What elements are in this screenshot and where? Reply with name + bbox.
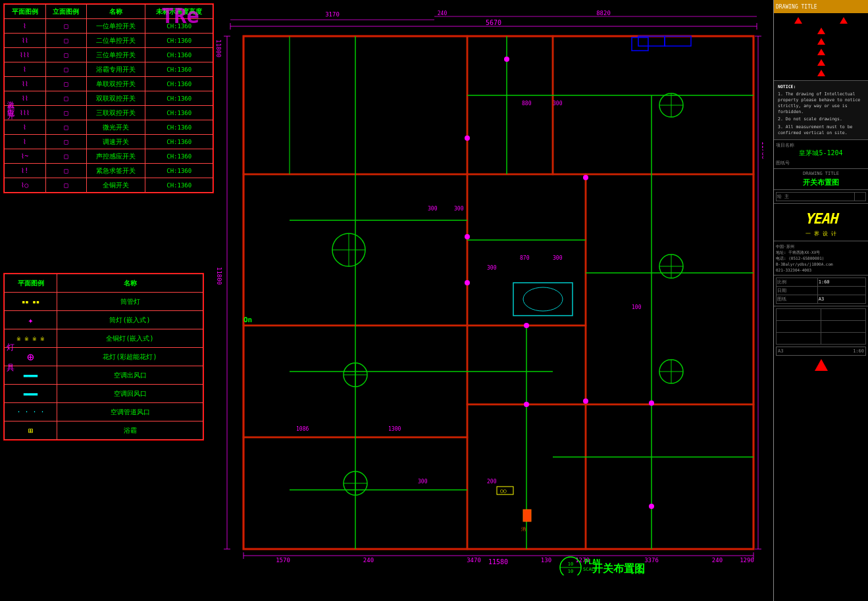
svg-text:1:60: 1:60	[630, 569, 645, 575]
svg-text:消: 消	[521, 527, 526, 532]
switch-icon-elev-5: □	[64, 80, 68, 87]
rp-header-bar: DRAWING TITLE	[774, 0, 868, 13]
light-name-4: 花灯(彩超能花灯)	[57, 348, 203, 366]
light-name-2: 筒灯(嵌入式)	[57, 311, 203, 329]
lights-col-name: 名称	[57, 274, 203, 293]
scale-section: 比例 1:60 日期 图纸 A3	[774, 276, 868, 306]
switch-row-4: ⌇ □ 浴霸专用开关 CH:1360	[5, 62, 213, 77]
light-row-1: ▪▪ ▪▪ 筒管灯	[5, 293, 203, 311]
notice-item-3: 3. All measurement must to be confirmed …	[778, 124, 864, 136]
bottom-info-section: A3 1:60	[774, 306, 868, 373]
svg-text:100: 100	[632, 304, 642, 310]
svg-text:300: 300	[487, 265, 497, 271]
triangle-4	[817, 38, 825, 45]
scale-label: 比例	[777, 277, 818, 286]
switch-ch-10: CH:1360	[145, 149, 213, 164]
switch-icon-elev-12: □	[64, 181, 68, 189]
switch-icon-9: ⌇	[23, 138, 26, 145]
switch-ch-9: CH:1360	[145, 135, 213, 149]
svg-text:1750: 1750	[762, 358, 763, 371]
light-row-6: ▬▬▬ 空调回风口	[5, 385, 203, 403]
switch-icon-7: ⌇⌇⌇	[20, 109, 30, 116]
svg-text:240: 240	[438, 11, 447, 16]
svg-text:300: 300	[418, 479, 428, 485]
switch-icon-elev-2: □	[64, 37, 68, 44]
svg-text:200: 200	[487, 479, 497, 485]
svg-text:880: 880	[522, 101, 532, 107]
contact-phone1: 地址: 干将西路XX-XX号	[776, 249, 866, 255]
svg-rect-90	[632, 37, 648, 51]
triangle-6	[817, 59, 825, 66]
contact-email: B-3Balyr/ydbs/j1800A.com	[776, 261, 866, 267]
svg-text:300: 300	[428, 206, 438, 212]
switch-icon-elev-10: □	[64, 153, 68, 160]
bottom-scale-label: A3	[778, 349, 783, 354]
col-plan-icon: 平面图例	[5, 5, 46, 19]
bottom-triangle	[776, 359, 866, 371]
switch-row-6: ⌇⌇ □ 双联双控开关 CH:1360	[5, 91, 213, 106]
bottom-scale-value: 1:60	[853, 349, 864, 354]
svg-text:300: 300	[553, 255, 563, 261]
project-name: 皇茅城5-1204	[776, 149, 866, 158]
contact-section: 中国·苏州 地址: 干将西路XX-XX号 电话: (0512-65800001)…	[774, 241, 868, 276]
switch-row-2: ⌇⌇ □ 二位单控开关 CH:1360	[5, 34, 213, 48]
switch-icon-11: ⌇!	[21, 167, 28, 174]
switch-ch-11: CH:1360	[145, 164, 213, 178]
switch-name-6: 双联双控开关	[87, 91, 145, 106]
switch-icon-10: ⌇~	[21, 153, 28, 160]
light-row-3: ※ ※ ※ ※ 全铜灯(嵌入式)	[5, 329, 203, 348]
switch-icon-elev-8: □	[64, 124, 68, 131]
switch-icon-4: ⌇	[23, 66, 26, 73]
light-row-2: ✦ 筒灯(嵌入式)	[5, 311, 203, 329]
light-name-5: 空调出风口	[57, 366, 203, 385]
side-label-lights: 灯具	[7, 342, 14, 373]
svg-text:SCALE: SCALE	[583, 567, 597, 572]
light-icon-7: · · · ·	[16, 408, 44, 416]
svg-text:240: 240	[363, 557, 374, 564]
side-label-switches: 激励电开	[7, 95, 15, 111]
svg-text:10: 10	[568, 569, 573, 574]
svg-point-70	[465, 280, 470, 285]
drawing-title-section: DRAWING TITLE 开关布置图	[774, 169, 868, 190]
notice-section: NOTICE: 1. The drawing of Intellectual p…	[774, 81, 868, 140]
main-canvas: 平面图例 立面图例 名称 未标示高度高度 ⌇ □ 一位单控开关 CH:1360 …	[0, 0, 773, 601]
bottom-scale-row: A3 1:60	[776, 347, 866, 356]
drawn-label: 绘 主	[777, 192, 855, 201]
svg-text:PLAN: PLAN	[584, 558, 600, 565]
floor-plan-svg: 3170 240 8820 5670 11760	[224, 10, 763, 575]
drawn-by-table: 绘 主	[776, 192, 866, 201]
svg-text:10: 10	[568, 562, 573, 567]
svg-point-66	[504, 57, 509, 62]
light-row-5: ▬▬▬ 空调出风口	[5, 366, 203, 385]
yeah-sub: 一 界 设 计	[776, 230, 866, 237]
paper-size: A3	[817, 295, 865, 303]
svg-text:1570: 1570	[276, 557, 290, 564]
switch-icon-8: ⌇	[23, 124, 26, 131]
switch-icon-elev-4: □	[64, 66, 68, 73]
switch-ch-12: CH:1360	[145, 178, 213, 193]
total-height-label: 11800	[216, 20, 222, 533]
light-icon-2: ✦	[28, 315, 33, 325]
light-icon-3: ※ ※ ※ ※	[16, 336, 44, 342]
project-info-section: 项目名称 皇茅城5-1204 图纸号	[774, 140, 868, 169]
bottom-label-2	[777, 320, 821, 332]
switch-ch-7: CH:1360	[145, 106, 213, 120]
svg-rect-26	[467, 36, 553, 174]
triangle-3	[817, 28, 825, 34]
yeah-logo-section: YEAH 一 界 设 计	[774, 204, 868, 241]
triangle-7	[817, 70, 825, 76]
svg-text:1290: 1290	[740, 557, 754, 564]
svg-text:130: 130	[541, 557, 551, 564]
notice-item-1: 1. The drawing of Intellectual property …	[778, 91, 864, 115]
svg-text:3500: 3500	[762, 477, 763, 489]
light-name-6: 空调回风口	[57, 385, 203, 403]
svg-rect-27	[553, 36, 753, 174]
svg-point-69	[465, 234, 470, 239]
switch-ch-3: CH:1360	[145, 48, 213, 62]
svg-text:1300: 1300	[388, 426, 401, 432]
project-label: 项目名称	[776, 142, 866, 149]
svg-text:300: 300	[553, 101, 563, 107]
rp-header-title: DRAWING TITLE	[776, 4, 817, 10]
legend-switches-table: 平面图例 立面图例 名称 未标示高度高度 ⌇ □ 一位单控开关 CH:1360 …	[3, 3, 214, 193]
svg-point-75	[649, 504, 654, 509]
